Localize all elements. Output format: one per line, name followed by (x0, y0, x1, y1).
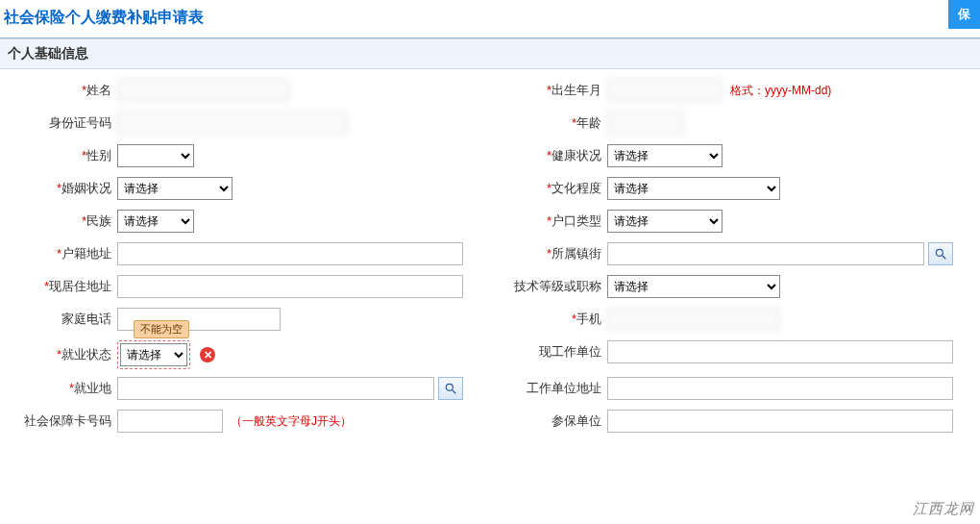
label-ethnic: 民族 (86, 213, 111, 228)
input-huji-addr[interactable] (117, 242, 463, 265)
select-edu[interactable]: 请选择 (607, 177, 780, 200)
label-home-tel: 家庭电话 (61, 312, 111, 326)
search-icon (934, 247, 947, 261)
label-edu: 文化程度 (551, 181, 601, 195)
value-idno (117, 112, 348, 135)
search-town-button[interactable] (928, 242, 953, 265)
value-name (117, 79, 290, 102)
label-health: 健康状况 (551, 148, 601, 162)
svg-line-3 (453, 390, 456, 394)
select-health[interactable]: 请选择 (607, 144, 723, 167)
label-skill: 技术等级或职称 (514, 279, 601, 293)
label-dob: 出生年月 (551, 83, 601, 97)
label-marital: 婚姻状况 (61, 181, 111, 195)
label-insure-unit: 参保单位 (551, 413, 601, 428)
label-mobile: 手机 (576, 312, 601, 326)
input-live-addr[interactable] (117, 275, 463, 298)
label-name: 姓名 (86, 83, 111, 97)
save-button[interactable]: 保 (948, 0, 980, 29)
value-dob (607, 79, 723, 102)
search-icon (444, 382, 457, 395)
label-live-addr: 现居住地址 (49, 279, 111, 293)
label-emp-status: 就业状态 (61, 347, 111, 362)
label-hukou: 户口类型 (551, 213, 601, 228)
input-insure-unit[interactable] (607, 410, 953, 433)
input-town[interactable] (607, 242, 924, 265)
label-town: 所属镇街 (551, 246, 601, 261)
page-title-text: 社会保险个人缴费补贴申请表 (4, 9, 204, 25)
error-tooltip: 不能为空 (134, 320, 189, 338)
value-age (607, 112, 684, 135)
form-body: *姓名 *出生年月 格式：yyyy-MM-dd) 身份证号码 *年龄 *性别 (0, 69, 980, 452)
label-emp-place: 就业地 (74, 381, 111, 395)
error-field-wrap: 不能为空 请选择 (117, 340, 190, 369)
label-gender: 性别 (86, 148, 111, 162)
label-idno: 身份证号码 (49, 115, 111, 130)
error-icon: ✕ (200, 347, 215, 362)
select-hukou[interactable]: 请选择 (607, 210, 723, 233)
hint-dob: 格式：yyyy-MM-dd) (730, 83, 831, 99)
label-huji-addr: 户籍地址 (61, 246, 111, 261)
select-skill[interactable]: 请选择 (607, 275, 780, 298)
label-cur-unit: 现工作单位 (539, 344, 601, 359)
label-age: 年龄 (576, 115, 601, 130)
svg-line-1 (943, 256, 946, 260)
select-gender[interactable] (117, 144, 194, 167)
page-title: 社会保险个人缴费补贴申请表 保 (0, 0, 980, 38)
label-unit-addr: 工作单位地址 (527, 381, 601, 395)
select-ethnic[interactable]: 请选择 (117, 210, 194, 233)
svg-point-0 (936, 249, 943, 256)
select-emp-status[interactable]: 请选择 (120, 343, 187, 366)
search-emp-place-button[interactable] (438, 377, 463, 400)
input-sscard[interactable] (117, 410, 223, 433)
label-sscard: 社会保障卡号码 (24, 413, 111, 428)
input-unit-addr[interactable] (607, 377, 953, 400)
select-marital[interactable]: 请选择 (117, 177, 233, 200)
hint-sscard: （一般英文字母J开头） (231, 413, 352, 430)
input-cur-unit[interactable] (607, 340, 953, 363)
value-mobile (607, 308, 780, 331)
section-basic-info: 个人基础信息 (0, 38, 980, 69)
input-emp-place[interactable] (117, 377, 434, 400)
svg-point-2 (446, 384, 453, 390)
